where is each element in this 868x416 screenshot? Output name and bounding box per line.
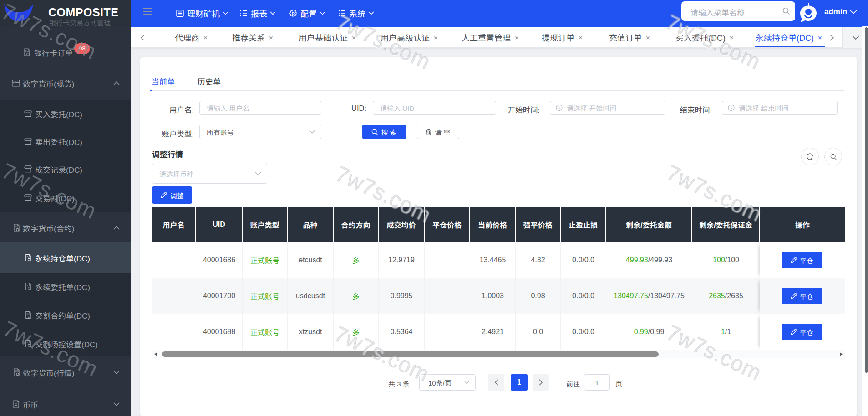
- svg-text:SQL: SQL: [15, 370, 20, 372]
- svg-text:SQL: SQL: [26, 313, 30, 315]
- svg-text:SQL: SQL: [26, 284, 30, 286]
- svg-text:SQL: SQL: [25, 50, 30, 52]
- svg-text:SQL: SQL: [15, 226, 20, 228]
- svg-text:SQL: SQL: [26, 256, 30, 258]
- svg-text:SQL: SQL: [26, 341, 30, 344]
